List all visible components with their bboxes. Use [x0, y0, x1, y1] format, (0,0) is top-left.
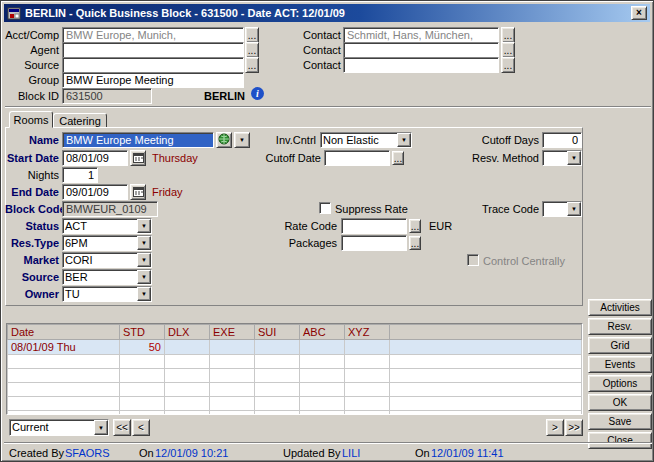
agent-input[interactable] [62, 42, 244, 58]
grid-cell[interactable] [255, 340, 300, 355]
rate-code-lookup-button[interactable]: ... [409, 219, 421, 233]
tab-rooms-label: Rooms [14, 114, 49, 126]
grid-cell[interactable] [390, 340, 582, 355]
name-label: Name [5, 134, 59, 146]
app-icon [7, 7, 21, 20]
chevron-down-icon: ▼ [239, 137, 245, 143]
grid-data-row[interactable]: 08/01/09 Thu 50 [8, 340, 582, 355]
resv-button[interactable]: Resv. [588, 318, 652, 335]
market-combo[interactable]: CORI ▼ [62, 252, 152, 268]
titlebar-close-button[interactable]: × [631, 6, 647, 20]
cutoff-date-lookup-button[interactable]: ... [392, 151, 404, 165]
end-date-input[interactable] [62, 184, 128, 200]
source-lookup-button[interactable]: ... [245, 57, 259, 73]
chevron-down-icon[interactable]: ▼ [137, 219, 151, 233]
options-button[interactable]: Options [588, 375, 652, 392]
info-icon[interactable]: i [251, 87, 264, 100]
grid-cell-std[interactable]: 50 [120, 340, 165, 355]
ok-button[interactable]: OK [588, 394, 652, 411]
contact3-input[interactable] [343, 57, 499, 73]
updated-on-label: On [415, 447, 430, 459]
quick-business-block-window: BERLIN - Quick Business Block - 631500 -… [0, 0, 654, 462]
chevron-down-icon[interactable]: ▼ [567, 202, 581, 216]
tab-catering[interactable]: Catering [53, 113, 107, 128]
updated-by-value: LILI [342, 447, 360, 459]
header-separator [5, 106, 651, 108]
block-code-label: Block Code [5, 203, 59, 215]
save-button[interactable]: Save [588, 413, 652, 430]
nights-input[interactable] [62, 167, 98, 183]
cutoff-date-input[interactable] [324, 150, 390, 166]
status-value: ACT [63, 219, 137, 233]
trace-code-combo[interactable]: ▼ [542, 201, 582, 217]
inv-cntrl-combo[interactable]: Non Elastic ▼ [320, 132, 412, 148]
contact1-input[interactable] [343, 27, 499, 43]
globe-translate-button[interactable] [216, 132, 232, 148]
start-date-calendar-button[interactable] [130, 150, 146, 166]
inv-cntrl-label: Inv.Cntrl [256, 134, 316, 146]
grid-col-date: Date [8, 325, 120, 340]
chevron-down-icon[interactable]: ▼ [137, 253, 151, 267]
agent-lookup-button[interactable]: ... [245, 42, 259, 58]
end-date-calendar-button[interactable] [130, 184, 146, 200]
start-date-input[interactable] [62, 150, 128, 166]
close-button[interactable]: Close [588, 432, 652, 449]
chevron-down-icon[interactable]: ▼ [137, 270, 151, 284]
source-account-label: Source [5, 59, 59, 71]
agent-label: Agent [5, 44, 59, 56]
window-title: BERLIN - Quick Business Block - 631500 -… [25, 7, 631, 19]
group-label: Group [5, 74, 59, 86]
grid-cell[interactable] [210, 340, 255, 355]
grid-empty-row [8, 411, 582, 416]
packages-input[interactable] [341, 235, 407, 251]
activities-button[interactable]: Activities [588, 299, 652, 316]
chevron-down-icon[interactable]: ▼ [94, 420, 108, 435]
grid-cell[interactable] [300, 340, 345, 355]
grid-empty-row [8, 355, 582, 369]
chevron-down-icon[interactable]: ▼ [137, 287, 151, 301]
cutoff-days-input[interactable] [542, 132, 582, 148]
grid-col-sui: SUI [255, 325, 300, 340]
contact1-lookup-button[interactable]: ... [501, 27, 515, 43]
suppress-rate-checkbox[interactable] [319, 202, 331, 214]
tab-rooms[interactable]: Rooms [9, 111, 53, 128]
contact2-input[interactable] [343, 42, 499, 58]
titlebar: BERLIN - Quick Business Block - 631500 -… [4, 4, 650, 22]
acct-comp-input[interactable] [62, 27, 244, 43]
name-dropdown-button[interactable]: ▼ [234, 132, 250, 148]
source-account-input[interactable] [62, 57, 244, 73]
nights-label: Nights [5, 169, 59, 181]
resv-method-combo[interactable]: ▼ [542, 150, 582, 166]
cutoff-date-label: Cutoff Date [253, 152, 321, 164]
events-button[interactable]: Events [588, 356, 652, 373]
acct-comp-lookup-button[interactable]: ... [245, 27, 259, 43]
group-input[interactable] [62, 72, 244, 88]
chevron-down-icon[interactable]: ▼ [397, 133, 411, 147]
grid-cell-date[interactable]: 08/01/09 Thu [8, 340, 120, 355]
contact3-label: Contact [303, 59, 339, 71]
block-name-input[interactable] [62, 132, 214, 148]
contact2-lookup-button[interactable]: ... [501, 42, 515, 58]
grid-button[interactable]: Grid [588, 337, 652, 354]
chevron-down-icon[interactable]: ▼ [567, 151, 581, 165]
grid-col-xyz: XYZ [345, 325, 390, 340]
chevron-down-icon[interactable]: ▼ [137, 236, 151, 250]
contact3-lookup-button[interactable]: ... [501, 57, 515, 73]
page-last-button: >> [565, 419, 583, 436]
packages-lookup-button[interactable]: ... [409, 236, 421, 250]
grid-cell[interactable] [165, 340, 210, 355]
source-combo[interactable]: BER ▼ [62, 269, 152, 285]
calendar-icon [133, 186, 144, 199]
grid-cell[interactable] [345, 340, 390, 355]
tab-catering-label: Catering [59, 115, 101, 127]
suppress-rate-label: Suppress Rate [335, 203, 415, 215]
rate-code-input[interactable] [341, 218, 407, 234]
control-centrally-label: Control Centrally [483, 255, 578, 267]
owner-combo[interactable]: TU ▼ [62, 286, 152, 302]
grid-view-combo[interactable]: Current ▼ [9, 419, 109, 436]
status-combo[interactable]: ACT ▼ [62, 218, 152, 234]
start-date-label: Start Date [5, 152, 59, 164]
owner-value: TU [63, 287, 137, 301]
grid-empty-row [8, 369, 582, 383]
res-type-combo[interactable]: 6PM ▼ [62, 235, 152, 251]
